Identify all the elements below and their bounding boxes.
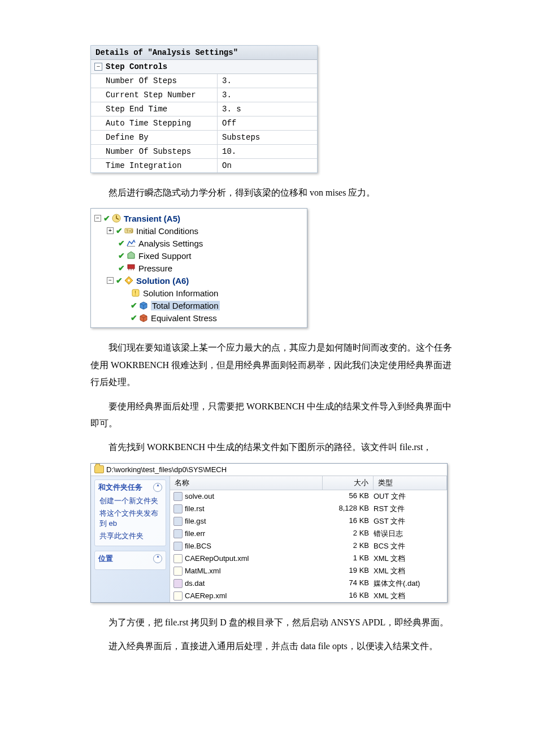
svg-rect-3 — [127, 246, 135, 247]
details-row[interactable]: Auto Time Stepping Off — [91, 116, 317, 131]
file-row[interactable]: file.err 2 KB 错误日志 — [170, 528, 447, 540]
tree-label: Analysis Settings — [138, 239, 203, 248]
collapse-icon[interactable]: − — [94, 215, 101, 222]
tree-label: Total Deformation — [151, 301, 220, 310]
check-icon: ✔ — [118, 251, 125, 260]
file-name: file.gst — [185, 517, 206, 525]
col-name[interactable]: 名称 — [170, 476, 323, 490]
chevron-up-icon[interactable]: ˄ — [153, 483, 162, 492]
svg-rect-4 — [128, 265, 134, 269]
file-name: file.rst — [185, 504, 205, 513]
collapse-icon[interactable]: − — [94, 63, 102, 71]
tree-item-initial-conditions[interactable]: + ✔ T=0 Initial Conditions — [94, 224, 303, 237]
pressure-icon — [126, 263, 136, 273]
sidebar-group-header: 位置 — [98, 554, 113, 564]
svg-text:T=0: T=0 — [126, 229, 133, 233]
file-size: 19 KB — [318, 566, 374, 576]
file-row[interactable]: CAERepOutput.xml 1 KB XML 文档 — [170, 552, 447, 565]
file-row[interactable]: ds.dat 74 KB 媒体文件(.dat) — [170, 577, 447, 590]
file-size: 2 KB — [318, 541, 374, 551]
tree-item-analysis-settings[interactable]: ✔ Analysis Settings — [94, 237, 303, 249]
file-icon — [173, 567, 183, 576]
sidebar-link[interactable]: 将这个文件夹发布到 eb — [95, 507, 166, 530]
tree-label: Equivalent Stress — [151, 313, 217, 323]
paragraph: 然后进行瞬态隐式动力学分析，得到该梁的位移和 von mises 应力。 — [90, 184, 455, 201]
file-explorer: D:\working\test_files\dp0\SYS\MECH 和文件夹任… — [90, 463, 448, 603]
details-row[interactable]: Number Of Steps 3. — [91, 74, 317, 88]
file-row[interactable]: solve.out 56 KB OUT 文件 — [170, 490, 447, 503]
sidebar-group-header: 和文件夹任务 — [98, 482, 142, 493]
tree-label: Solution Information — [143, 288, 218, 298]
tree-item-fixed-support[interactable]: ✔ Fixed Support — [94, 249, 303, 262]
sidebar-link[interactable]: 共享此文件夹 — [95, 530, 166, 542]
file-name: MatML.xml — [185, 567, 221, 575]
file-size: 2 KB — [318, 529, 374, 539]
details-row[interactable]: Step End Time 3. s — [91, 102, 317, 116]
explorer-sidebar: 和文件夹任务 ˄ 创建一个新文件夹 将这个文件夹发布到 eb 共享此文件夹 位置… — [91, 476, 170, 602]
file-row[interactable]: MatML.xml 19 KB XML 文档 — [170, 565, 447, 577]
details-value[interactable]: On — [218, 159, 317, 172]
file-name: CAERep.xml — [185, 591, 227, 600]
details-row[interactable]: Define By Substeps — [91, 131, 317, 145]
check-icon: ✔ — [131, 301, 137, 310]
file-type: GST 文件 — [374, 516, 447, 526]
file-icon — [173, 591, 183, 601]
tree-item-solution[interactable]: − ✔ Solution (A6) — [94, 274, 303, 287]
tree-item-solution-information[interactable]: ! Solution Information — [94, 287, 303, 299]
file-list: 名称 大小 类型 solve.out 56 KB OUT 文件 file.rst… — [170, 476, 447, 602]
sidebar-group-locations: 位置 ˄ — [94, 551, 166, 570]
file-type: OUT 文件 — [374, 491, 447, 502]
tree-item-total-deformation[interactable]: ✔ Total Deformation — [94, 299, 303, 312]
tree-item-pressure[interactable]: ✔ Pressure — [94, 262, 303, 274]
file-row[interactable]: CAERep.xml 16 KB XML 文档 — [170, 590, 447, 602]
file-row[interactable]: file.gst 16 KB GST 文件 — [170, 515, 447, 528]
details-value[interactable]: 3. s — [218, 102, 317, 116]
file-row[interactable]: file.BCS 2 KB BCS 文件 — [170, 540, 447, 552]
details-value[interactable]: 3. — [218, 88, 317, 102]
details-value[interactable]: 3. — [218, 74, 317, 88]
address-bar[interactable]: D:\working\test_files\dp0\SYS\MECH — [91, 464, 447, 476]
details-row[interactable]: Time Integration On — [91, 159, 317, 172]
details-label: Number Of Substeps — [91, 145, 218, 158]
paragraph: 进入经典界面后，直接进入通用后处理，并点击 data file opts，以便读… — [90, 638, 455, 655]
transient-icon — [111, 213, 121, 223]
file-size: 16 KB — [318, 516, 374, 526]
sidebar-link[interactable]: 创建一个新文件夹 — [95, 495, 166, 507]
column-headers[interactable]: 名称 大小 类型 — [170, 476, 447, 490]
details-label: Auto Time Stepping — [91, 116, 218, 130]
result-cube-icon — [138, 313, 149, 323]
details-row[interactable]: Current Step Number 3. — [91, 88, 317, 102]
svg-point-5 — [128, 279, 130, 282]
details-value[interactable]: Off — [218, 116, 317, 130]
file-icon — [173, 504, 183, 513]
step-controls-header[interactable]: − Step Controls — [91, 60, 317, 74]
details-title: Details of "Analysis Settings" — [91, 46, 317, 60]
file-row[interactable]: file.rst 8,128 KB RST 文件 — [170, 503, 447, 515]
paragraph: 我们现在要知道该梁上某一个应力最大的点，其应力是如何随时间而改变的。这个任务使用… — [90, 339, 455, 391]
details-value[interactable]: 10. — [218, 145, 317, 158]
analysis-settings-icon — [126, 238, 136, 248]
expand-icon[interactable]: + — [107, 227, 114, 234]
file-size: 74 KB — [318, 578, 374, 589]
col-size[interactable]: 大小 — [323, 476, 374, 490]
file-name: file.err — [185, 529, 205, 538]
file-name: CAERepOutput.xml — [185, 554, 249, 563]
solution-information-icon: ! — [131, 288, 141, 298]
file-name: ds.dat — [185, 579, 205, 587]
details-value[interactable]: Substeps — [218, 131, 317, 144]
tree-item-transient[interactable]: − ✔ Transient (A5) — [94, 212, 303, 224]
file-type: XML 文档 — [374, 566, 447, 576]
tree-label: Pressure — [138, 263, 172, 273]
collapse-icon[interactable]: − — [107, 277, 114, 284]
col-type[interactable]: 类型 — [374, 476, 447, 490]
details-row[interactable]: Number Of Substeps 10. — [91, 145, 317, 159]
file-icon — [173, 579, 183, 588]
tree-item-equivalent-stress[interactable]: ✔ Equivalent Stress — [94, 312, 303, 324]
file-type: XML 文档 — [374, 554, 447, 564]
file-type: 媒体文件(.dat) — [374, 578, 447, 589]
file-size: 1 KB — [318, 554, 374, 564]
file-icon — [173, 517, 183, 526]
file-icon — [173, 542, 183, 551]
chevron-up-icon[interactable]: ˄ — [153, 554, 162, 563]
solution-icon — [124, 275, 134, 286]
